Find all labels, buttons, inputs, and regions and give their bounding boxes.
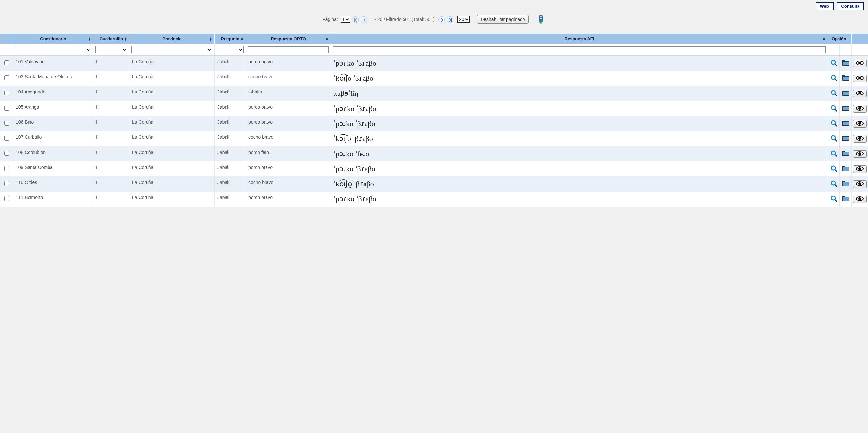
header-pregunta-label: Pregunta — [221, 36, 239, 41]
header-provincia[interactable]: Provincia ▲▼ — [129, 34, 215, 44]
row-checkbox[interactable] — [4, 121, 9, 126]
header-respuesta-afi[interactable]: Respuesta AFI ▲▼ — [331, 34, 828, 44]
folder-icon[interactable] — [842, 60, 850, 67]
svg-point-72 — [859, 198, 861, 200]
svg-line-18 — [835, 94, 837, 96]
header-respuesta-orto[interactable]: Respuesta ORTO ▲▼ — [246, 34, 331, 44]
eye-button[interactable] — [853, 150, 867, 158]
magnifier-icon[interactable] — [830, 180, 838, 188]
filter-checkbox-cell — [0, 44, 13, 56]
page-select[interactable]: 1 — [341, 16, 350, 23]
page-size-select[interactable]: 20 — [457, 16, 470, 23]
folder-icon[interactable] — [842, 90, 850, 97]
range-text: 1 - 20 / Filtrado 501 (Total: 501) — [371, 17, 435, 22]
eye-button[interactable] — [853, 180, 867, 188]
next-page-button[interactable] — [438, 17, 445, 23]
row-checkbox[interactable] — [4, 76, 9, 80]
row-checkbox[interactable] — [4, 106, 9, 111]
svg-rect-21 — [843, 92, 849, 95]
magnifier-icon[interactable] — [830, 195, 838, 203]
magnifier-icon[interactable] — [830, 105, 838, 113]
row-checkbox[interactable] — [4, 181, 9, 186]
row-checkbox[interactable] — [4, 151, 9, 156]
cell-provincia: La Coruña — [129, 146, 215, 162]
magnifier-icon[interactable] — [830, 120, 838, 128]
row-checkbox[interactable] — [4, 196, 9, 201]
svg-rect-1 — [539, 16, 542, 17]
folder-icon[interactable] — [842, 196, 850, 203]
cell-cuadernillo: II — [93, 131, 129, 146]
last-page-button[interactable] — [447, 17, 453, 23]
svg-point-45 — [831, 151, 835, 155]
magnifier-icon[interactable] — [830, 75, 838, 83]
magnifier-icon[interactable] — [830, 90, 838, 98]
folder-icon[interactable] — [842, 165, 850, 173]
cell-respuesta-afi: xaβəˈlĩŋ — [331, 86, 828, 101]
eye-button[interactable] — [853, 135, 867, 143]
cell-provincia: La Coruña — [129, 176, 215, 192]
eye-button[interactable] — [853, 120, 867, 127]
consulta-link[interactable]: Consulta — [837, 2, 864, 10]
table-row: 105 ArangaIILa CoruñaJabalíporco bravoˈp… — [0, 101, 868, 116]
header-cuadernillo[interactable]: Cuadernillo ▲▼ — [93, 34, 129, 44]
cell-respuesta-orto: cocho bravo — [246, 131, 331, 146]
filter-respuesta-afi[interactable] — [333, 46, 826, 53]
filter-pregunta[interactable] — [217, 46, 244, 54]
cell-cuadernillo: II — [93, 101, 129, 116]
header-view-col — [851, 34, 868, 44]
cell-pregunta: Jabalí — [215, 162, 246, 176]
cell-pregunta: Jabalí — [215, 86, 246, 101]
cell-respuesta-orto: porco bravo — [246, 56, 331, 71]
row-checkbox[interactable] — [4, 90, 9, 95]
export-icon[interactable] — [536, 15, 546, 25]
table-row: 109 Santa CombaIILa CoruñaJabalíporco br… — [0, 162, 868, 176]
cell-respuesta-afi: ˈpɔɹko ˈβɾaβo — [331, 162, 828, 176]
web-link[interactable]: Web — [815, 2, 834, 10]
eye-button[interactable] — [853, 105, 867, 113]
row-checkbox[interactable] — [4, 166, 9, 171]
svg-line-11 — [835, 79, 837, 81]
prev-page-button[interactable] — [361, 17, 367, 23]
magnifier-icon[interactable] — [830, 165, 838, 173]
cell-cuadernillo: II — [93, 116, 129, 131]
first-page-button[interactable] — [352, 17, 359, 23]
table-row: 106 BaioIILa CoruñaJabalíporco bravoˈpɔɹ… — [0, 116, 868, 131]
cell-respuesta-orto: jabalín — [246, 86, 331, 101]
cell-cuadernillo: II — [93, 192, 129, 207]
eye-button[interactable] — [853, 196, 867, 203]
cell-cuestionario: 104 Abegondo — [13, 86, 93, 101]
cell-respuesta-afi: ˈpɔɹko ˈfeɹo — [331, 146, 828, 162]
folder-icon[interactable] — [842, 150, 850, 158]
sort-icon: ▲▼ — [209, 37, 212, 41]
eye-button[interactable] — [853, 60, 867, 67]
cell-cuestionario: 107 Carballo — [13, 131, 93, 146]
disable-pagination-button[interactable]: Deshabilitar paginado — [477, 15, 528, 24]
eye-button[interactable] — [853, 165, 867, 173]
filter-provincia[interactable] — [131, 46, 212, 54]
row-checkbox[interactable] — [4, 136, 9, 141]
svg-rect-42 — [843, 137, 849, 140]
filter-respuesta-orto[interactable] — [248, 46, 329, 53]
folder-icon[interactable] — [842, 105, 850, 113]
folder-icon[interactable] — [842, 180, 850, 188]
cell-provincia: La Coruña — [129, 116, 215, 131]
header-cuestionario[interactable]: Cuestionario ▲▼ — [13, 34, 93, 44]
sort-icon: ▲▼ — [88, 37, 91, 41]
header-pregunta[interactable]: Pregunta ▲▼ — [215, 34, 246, 44]
magnifier-icon[interactable] — [830, 150, 838, 158]
cell-cuestionario: 109 Santa Comba — [13, 162, 93, 176]
table-row: 103 Santa María de OleirosIILa CoruñaJab… — [0, 71, 868, 86]
filter-cuestionario[interactable] — [15, 46, 91, 54]
eye-button[interactable] — [853, 90, 867, 97]
filter-cuadernillo[interactable] — [95, 46, 127, 54]
folder-icon[interactable] — [842, 75, 850, 82]
cell-respuesta-orto: porco fero — [246, 146, 331, 162]
row-checkbox[interactable] — [4, 60, 9, 65]
magnifier-icon[interactable] — [830, 59, 838, 67]
folder-icon[interactable] — [842, 120, 850, 127]
magnifier-icon[interactable] — [830, 135, 838, 143]
svg-point-38 — [831, 136, 835, 140]
header-cuestionario-label: Cuestionario — [40, 36, 66, 41]
eye-button[interactable] — [853, 75, 867, 82]
folder-icon[interactable] — [842, 135, 850, 143]
